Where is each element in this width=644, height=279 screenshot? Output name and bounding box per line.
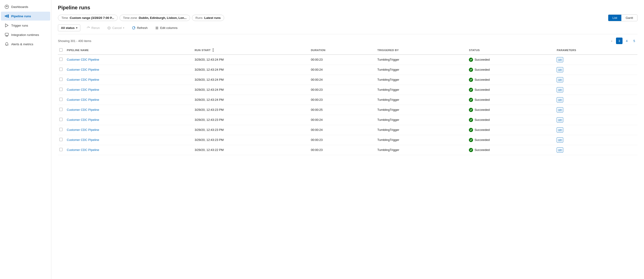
row-checkbox[interactable] — [59, 78, 62, 81]
duration-cell: 00:00:24 — [308, 65, 375, 75]
status-cell: Succeeded — [466, 135, 554, 145]
sidebar-label-dashboards: Dashboards — [11, 5, 28, 9]
duration-cell: 00:00:25 — [308, 105, 375, 115]
chevron-down-icon: ▾ — [76, 26, 77, 29]
table-body: Customer CDC PIpeline 3/29/20, 12:43:24 … — [58, 55, 638, 155]
pagination-page-3[interactable]: 3 — [616, 37, 622, 44]
edit-columns-icon — [155, 26, 159, 30]
row-checkbox-cell — [58, 75, 64, 85]
parameters-icon[interactable]: [@] — [557, 77, 563, 82]
pagination-prev[interactable]: ‹ — [608, 37, 615, 44]
row-checkbox[interactable] — [59, 108, 62, 111]
sidebar-item-pipeline-runs[interactable]: Pipeline runs — [1, 12, 50, 20]
parameters-cell: [@] — [554, 55, 638, 65]
table-row: Customer CDC PIpeline 3/29/20, 12:43:23 … — [58, 115, 638, 125]
pipeline-name-link[interactable]: Customer CDC PIpeline — [67, 138, 99, 142]
pipeline-name-link[interactable]: Customer CDC PIpeline — [67, 98, 99, 101]
sidebar-item-alerts-metrics[interactable]: Alerts & metrics — [1, 40, 50, 48]
pipeline-name-link[interactable]: Customer CDC PIpeline — [67, 88, 99, 91]
select-all-checkbox[interactable] — [59, 48, 62, 51]
row-checkbox-cell — [58, 105, 64, 115]
parameters-cell: [@] — [554, 85, 638, 95]
table-row: Customer CDC PIpeline 3/29/20, 12:43:23 … — [58, 135, 638, 145]
triggered-by-cell: TumblingTrigger — [375, 75, 466, 85]
triggered-by-cell: TumblingTrigger — [375, 65, 466, 75]
parameters-icon[interactable]: [@] — [557, 147, 563, 153]
pipeline-name-link[interactable]: Customer CDC PIpeline — [67, 58, 99, 61]
sidebar-item-dashboards[interactable]: Dashboards — [1, 2, 50, 11]
pipeline-name-link[interactable]: Customer CDC PIpeline — [67, 68, 99, 71]
duration-header: DURATION — [308, 46, 375, 55]
status-header: STATUS — [466, 46, 554, 55]
gantt-view-button[interactable]: Gantt — [621, 15, 637, 21]
parameters-icon[interactable]: [@] — [557, 117, 563, 122]
parameters-cell: [@] — [554, 115, 638, 125]
row-checkbox[interactable] — [59, 58, 62, 61]
run-start-cell: 3/29/20, 12:43:22 PM — [192, 145, 308, 155]
edit-columns-button[interactable]: Edit columns — [152, 25, 181, 31]
duration-cell: 00:00:23 — [308, 85, 375, 95]
list-view-button[interactable]: List — [608, 15, 621, 21]
row-checkbox[interactable] — [59, 138, 62, 141]
status-check-icon — [469, 128, 473, 132]
row-checkbox-cell — [58, 145, 64, 155]
rerun-button[interactable]: Rerun — [83, 25, 103, 31]
row-checkbox[interactable] — [59, 68, 62, 71]
pipeline-name-link[interactable]: Customer CDC PIpeline — [67, 118, 99, 122]
refresh-label: Refresh — [137, 26, 148, 30]
pipeline-name-link[interactable]: Customer CDC PIpeline — [67, 78, 99, 81]
parameters-icon[interactable]: [@] — [557, 97, 563, 102]
cancel-label: Cancel — [112, 26, 122, 30]
svg-rect-3 — [6, 15, 7, 17]
sidebar-label-trigger-runs: Trigger runs — [11, 24, 28, 27]
pipeline-name-cell: Customer CDC PIpeline — [64, 75, 192, 85]
refresh-button[interactable]: Refresh — [128, 25, 151, 31]
parameters-icon[interactable]: [@] — [557, 127, 563, 132]
main-content: Pipeline runs Time : Custom range (3/28/… — [51, 0, 644, 279]
pagination-page-5[interactable]: 5 — [631, 37, 638, 44]
parameters-header: PARAMETERS — [554, 46, 638, 55]
pipeline-name-cell: Customer CDC PIpeline — [64, 65, 192, 75]
svg-rect-2 — [5, 15, 6, 17]
run-start-cell: 3/29/20, 12:43:24 PM — [192, 75, 308, 85]
run-start-header[interactable]: RUN START ▲ ▼ — [192, 46, 308, 55]
row-checkbox[interactable] — [59, 128, 62, 131]
parameters-icon[interactable]: [@] — [557, 107, 563, 112]
triggered-by-cell: TumblingTrigger — [375, 105, 466, 115]
timezone-filter[interactable]: Time zone : Dublin, Edinburgh, Lisbon, L… — [120, 15, 190, 21]
row-checkbox[interactable] — [59, 148, 62, 151]
row-checkbox[interactable] — [59, 98, 62, 101]
pipeline-icon — [5, 14, 9, 18]
cancel-button[interactable]: Cancel ▾ — [104, 25, 128, 31]
sidebar-item-trigger-runs[interactable]: Trigger runs — [1, 21, 50, 30]
pagination-page-4[interactable]: 4 — [624, 37, 630, 44]
parameters-cell: [@] — [554, 75, 638, 85]
status-dropdown[interactable]: All status ▾ — [58, 24, 80, 31]
parameters-icon[interactable]: [@] — [557, 67, 563, 72]
parameters-icon[interactable]: [@] — [557, 57, 563, 62]
timezone-filter-label: Time zone — [123, 16, 137, 19]
duration-cell: 00:00:23 — [308, 135, 375, 145]
dashboard-icon — [5, 5, 9, 9]
parameters-cell: [@] — [554, 65, 638, 75]
row-checkbox[interactable] — [59, 88, 62, 91]
pipeline-name-link[interactable]: Customer CDC PIpeline — [67, 108, 99, 111]
runs-filter[interactable]: Runs : Latest runs — [192, 15, 224, 21]
runs-filter-value: Latest runs — [204, 16, 221, 19]
run-start-sort[interactable]: RUN START ▲ ▼ — [194, 48, 214, 52]
row-checkbox[interactable] — [59, 118, 62, 121]
pipeline-name-link[interactable]: Customer CDC PIpeline — [67, 128, 99, 132]
sidebar-label-alerts-metrics: Alerts & metrics — [11, 42, 34, 46]
page-title: Pipeline runs — [58, 5, 638, 11]
parameters-icon[interactable]: [@] — [557, 137, 563, 143]
sidebar-item-integration-runtimes[interactable]: Integration runtimes — [1, 30, 50, 39]
svg-rect-7 — [6, 36, 8, 36]
pipeline-name-link[interactable]: Customer CDC PIpeline — [67, 148, 99, 152]
runtime-icon — [5, 33, 9, 37]
select-all-header — [58, 46, 64, 55]
time-filter[interactable]: Time : Custom range (3/28/20 7:00 P... — [58, 15, 118, 21]
parameters-icon[interactable]: [@] — [557, 87, 563, 92]
parameters-cell: [@] — [554, 135, 638, 145]
triggered-by-cell: TumblingTrigger — [375, 115, 466, 125]
duration-cell: 00:00:23 — [308, 145, 375, 155]
